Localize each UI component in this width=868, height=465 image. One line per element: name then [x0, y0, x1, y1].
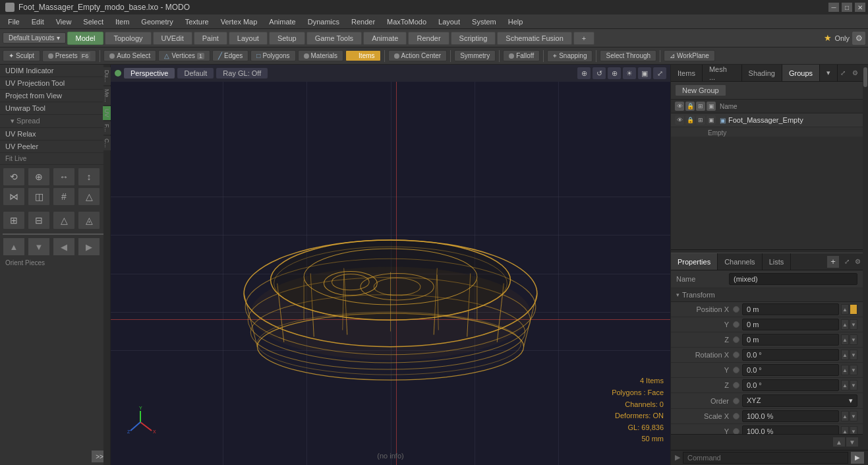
prop-tab-channels[interactable]: Channels	[718, 253, 762, 270]
arrow-left[interactable]: ◀	[53, 237, 75, 256]
tab-items[interactable]: Items	[671, 65, 703, 81]
tab-animate[interactable]: Animate	[363, 32, 407, 45]
viewport-3d[interactable]: 4 Items Polygons : Face Channels: 0 Defo…	[111, 82, 670, 465]
arrow-up[interactable]: ▲	[3, 237, 25, 256]
position-y-field[interactable]: 0 m	[742, 319, 839, 330]
vp-light-btn[interactable]: ☀	[623, 67, 636, 79]
render-icon[interactable]: ▣	[707, 102, 716, 111]
prop-name-field[interactable]: (mixed)	[729, 273, 857, 285]
tab-shading[interactable]: Shading	[742, 65, 782, 81]
move-icon[interactable]: ↕	[78, 168, 100, 186]
prop-settings-icon[interactable]: ⚙	[852, 257, 863, 267]
order-field[interactable]: XYZ ▾	[742, 394, 857, 407]
item-eye-icon[interactable]: 👁	[675, 115, 684, 125]
tab-layout[interactable]: Layout	[229, 32, 268, 45]
auto-select-btn[interactable]: Auto Select	[103, 50, 156, 61]
arrow-down[interactable]: ▼	[28, 237, 50, 256]
position-y-up[interactable]: ▲	[841, 319, 849, 330]
menu-animate[interactable]: Animate	[264, 16, 301, 27]
edges-btn[interactable]: ╱ Edges	[212, 50, 248, 61]
position-x-field[interactable]: 0 m	[742, 303, 839, 315]
scale-x-down[interactable]: ▼	[850, 411, 857, 421]
c-tab[interactable]: C...	[103, 136, 111, 150]
prop-tab-properties[interactable]: Properties	[671, 253, 718, 270]
menu-maxatomodo[interactable]: MaxToModo	[382, 16, 432, 27]
tab-schematic[interactable]: Schematic Fusion	[497, 32, 571, 45]
uv4-icon[interactable]: △	[53, 211, 75, 230]
menu-help[interactable]: Help	[503, 16, 529, 27]
rotation-x-up[interactable]: ▲	[841, 350, 849, 360]
tab-uvedit[interactable]: UVEdit	[153, 32, 192, 45]
layout-dropdown[interactable]: Default Layouts ▾	[3, 32, 66, 44]
spread-label[interactable]: ▾ Spread	[0, 115, 110, 128]
grid-icon[interactable]: #	[53, 187, 75, 206]
scrollbar-thumb[interactable]	[863, 67, 867, 87]
transform-header[interactable]: ▾ Transform	[671, 288, 863, 302]
rotation-z-field[interactable]: 0.0 °	[742, 379, 839, 391]
uv-icon[interactable]: ◫	[28, 187, 50, 206]
uv-projection-tool[interactable]: UV Projection Tool	[0, 77, 110, 90]
vp-reset-btn[interactable]: ↺	[593, 67, 606, 79]
position-x-up[interactable]: ▲	[841, 304, 849, 315]
menu-vertexmap[interactable]: Vertex Map	[216, 16, 263, 27]
prop-add-button[interactable]: +	[827, 256, 839, 268]
select-through-btn[interactable]: Select Through	[600, 50, 656, 61]
position-y-down[interactable]: ▼	[850, 319, 857, 330]
perspective-tab[interactable]: Perspective	[124, 68, 175, 78]
menu-select[interactable]: Select	[78, 16, 109, 27]
scale-y-down[interactable]: ▼	[850, 426, 857, 434]
tab-setup[interactable]: Setup	[269, 32, 305, 45]
action-center-btn[interactable]: Action Center	[388, 50, 448, 61]
udim-indicator[interactable]: UDIM Indicator	[0, 65, 110, 77]
menu-edit[interactable]: Edit	[26, 16, 49, 27]
menu-texture[interactable]: Texture	[180, 16, 214, 27]
unwrap-tool[interactable]: Unwrap Tool	[0, 102, 110, 115]
f-tab[interactable]: F...	[103, 121, 111, 135]
tab-groups[interactable]: Groups	[782, 65, 820, 81]
uv-peeler[interactable]: UV Peeler	[0, 140, 110, 153]
position-z-field[interactable]: 0 m	[742, 334, 839, 346]
uv2-icon[interactable]: ⊞	[3, 211, 25, 230]
vp-zoom-btn[interactable]: ⊕	[608, 67, 621, 79]
rotate-icon[interactable]: ⊕	[28, 168, 50, 186]
scale-y-up[interactable]: ▲	[841, 426, 849, 434]
rp-nav-next[interactable]: ▼	[846, 437, 859, 447]
tab-topology[interactable]: Topology	[105, 32, 151, 45]
position-z-down[interactable]: ▼	[850, 334, 857, 345]
ray-gl-tab[interactable]: Ray GL: Off	[216, 68, 268, 78]
tab-model[interactable]: Model	[67, 32, 104, 45]
item-lock-icon[interactable]: 🔒	[685, 115, 695, 125]
eye-icon[interactable]: 👁	[675, 102, 684, 111]
workplane-btn[interactable]: ⊿ WorkPlane	[664, 50, 715, 61]
scale-y-field[interactable]: 100.0 %	[742, 425, 839, 434]
presets-btn[interactable]: Presets F6	[42, 50, 96, 62]
falloff-btn[interactable]: Falloff	[503, 50, 540, 61]
settings-button[interactable]: ⚙	[852, 32, 865, 45]
scale-icon[interactable]: ↔	[53, 168, 75, 186]
scale-x-field[interactable]: 100.0 %	[742, 410, 839, 422]
item-mesh-icon[interactable]: ⊞	[696, 115, 705, 125]
rotation-z-up[interactable]: ▲	[841, 380, 849, 390]
lock-icon[interactable]: 🔒	[685, 102, 695, 111]
tab-paint[interactable]: Paint	[194, 32, 227, 45]
default-tab[interactable]: Default	[177, 68, 214, 78]
transform-icon[interactable]: ⟲	[3, 168, 25, 186]
new-group-button[interactable]: New Group	[675, 84, 726, 96]
arrow-right[interactable]: ▶	[78, 237, 100, 256]
menu-file[interactable]: File	[3, 16, 25, 27]
rotation-z-down[interactable]: ▼	[850, 380, 857, 390]
menu-dynamics[interactable]: Dynamics	[303, 16, 345, 27]
vp-mode-btn[interactable]: ⊕	[577, 67, 591, 79]
menu-layout[interactable]: Layout	[433, 16, 465, 27]
symmetry-btn[interactable]: Symmetry	[454, 50, 496, 61]
tab-groups-chevron[interactable]: ▾	[820, 65, 838, 81]
uv-relax[interactable]: UV Relax	[0, 128, 110, 140]
snapping-btn[interactable]: ⌖ Snapping	[547, 50, 593, 62]
tab-mesh[interactable]: Mesh ...	[703, 65, 742, 81]
prop-expand-icon[interactable]: ⤢	[842, 257, 852, 267]
vertices-btn[interactable]: △ Vertices 1	[158, 50, 210, 61]
position-z-up[interactable]: ▲	[841, 334, 849, 345]
rotation-x-down[interactable]: ▼	[850, 350, 857, 360]
materials-btn[interactable]: Materials	[298, 50, 344, 61]
project-from-view[interactable]: Project from View	[0, 90, 110, 102]
